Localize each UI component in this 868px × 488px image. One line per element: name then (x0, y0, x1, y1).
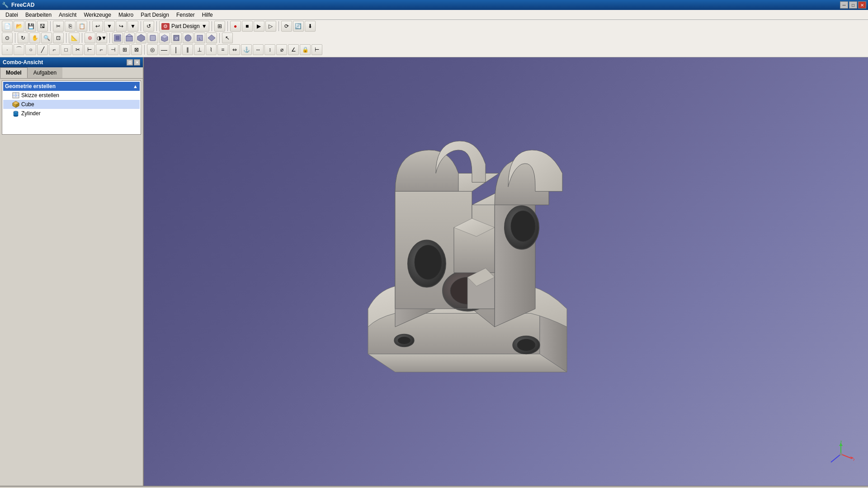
viewport[interactable]: x y (144, 57, 868, 486)
sketch-polyline[interactable]: ⌐ (49, 44, 60, 55)
save-as-button[interactable]: 🖫 (37, 21, 48, 32)
sketch-clone[interactable]: ⊠ (131, 44, 142, 55)
tab-model[interactable]: Model (0, 67, 28, 78)
rotate-button[interactable]: ↻ (18, 33, 28, 43)
constraint-vertical[interactable]: | (170, 44, 181, 55)
tree-section: Geometrie erstellen ▲ Skizze erstellen (2, 80, 141, 135)
workbench-icon: ⚙ (161, 23, 170, 30)
svg-line-55 (831, 454, 841, 462)
refresh2-button[interactable]: 🔄 (293, 21, 304, 32)
pan-button[interactable]: ✋ (29, 33, 40, 43)
minimize-button[interactable]: ─ (840, 1, 848, 9)
tree-item-cube[interactable]: Cube (3, 100, 140, 109)
step-macro-button[interactable]: ▷ (265, 21, 276, 32)
tree-header-controls: ▲ (133, 84, 138, 89)
constraint-parallel[interactable]: ∥ (182, 44, 193, 55)
sketch-arc[interactable]: ⌒ (14, 44, 24, 55)
view-top[interactable] (136, 33, 146, 43)
view-front[interactable] (124, 33, 135, 43)
constraint-angle[interactable]: ∠ (288, 44, 299, 55)
tree-item-skizze[interactable]: Skizze erstellen (3, 91, 140, 100)
menu-ansicht[interactable]: Ansicht (55, 11, 80, 19)
constraint-tangent[interactable]: ⌇ (206, 44, 217, 55)
constraint-horizontal-dist[interactable]: ↔ (253, 44, 264, 55)
sync-button[interactable]: ⟳ (281, 21, 292, 32)
close-button[interactable]: ✕ (858, 1, 866, 9)
sketch-point[interactable]: · (2, 44, 13, 55)
download-button[interactable]: ⬇ (305, 21, 316, 32)
record-macro-button[interactable]: ● (230, 21, 241, 32)
constraint-vertical-dist[interactable]: ↕ (264, 44, 275, 55)
sketch-extend[interactable]: ⊢ (84, 44, 95, 55)
sketch-circle[interactable]: ○ (25, 44, 36, 55)
constraint-horizontal[interactable]: — (159, 44, 170, 55)
redo-dropdown[interactable]: ▼ (127, 21, 138, 32)
menu-datei[interactable]: Datei (2, 11, 22, 19)
cube-label: Cube (21, 101, 34, 108)
zylinder-icon (12, 110, 19, 117)
tree-item-zylinder[interactable]: Zylinder (3, 109, 140, 118)
sidebar-float-button[interactable]: ⊡ (127, 59, 133, 66)
constraint-symmetric[interactable]: ⇔ (229, 44, 240, 55)
measure-button[interactable]: 📐 (69, 33, 80, 43)
run-macro-button[interactable]: ▶ (254, 21, 264, 32)
view-home[interactable] (112, 33, 123, 43)
undo-dropdown[interactable]: ▼ (104, 21, 115, 32)
menu-fenster[interactable]: Fenster (173, 11, 198, 19)
tree-header[interactable]: Geometrie erstellen ▲ (3, 82, 140, 91)
save-button[interactable]: 💾 (25, 21, 36, 32)
redo-button[interactable]: ↪ (116, 21, 127, 32)
menu-werkzeuge[interactable]: Werkzeuge (80, 11, 114, 19)
cut-button[interactable]: ✂ (53, 21, 64, 32)
home-view-button[interactable]: ⊙ (2, 33, 13, 43)
constraint-equal[interactable]: = (217, 44, 228, 55)
sidebar-close-button[interactable]: ✕ (134, 59, 140, 66)
copy-button[interactable]: ⎘ (65, 21, 75, 32)
stop-macro-button[interactable]: ■ (242, 21, 253, 32)
refresh-button[interactable]: ↺ (143, 21, 154, 32)
open-button[interactable]: 📂 (14, 21, 24, 32)
view-isometric[interactable] (159, 33, 170, 43)
view-custom[interactable] (206, 33, 217, 43)
toolbar-row-1: 📄 📂 💾 🖫 ✂ ⎘ 📋 ↩ ▼ ↪ ▼ ↺ ⚙ Part Design ▼ … (2, 21, 866, 32)
tree-expand-button[interactable]: ▲ (133, 84, 138, 89)
undo-button[interactable]: ↩ (92, 21, 103, 32)
sketch-line[interactable]: ╱ (37, 44, 48, 55)
view-bottom[interactable] (183, 33, 193, 43)
sep9 (66, 33, 66, 43)
view-back[interactable]: ↺ (171, 33, 182, 43)
constraint-lock[interactable]: 🔒 (300, 44, 311, 55)
constraint-radius[interactable]: ⌀ (276, 44, 287, 55)
maximize-button[interactable]: □ (849, 1, 857, 9)
menu-bearbeiten[interactable]: Bearbeiten (22, 11, 55, 19)
axis-indicator: x y (827, 441, 854, 468)
new-button[interactable]: 📄 (2, 21, 13, 32)
sidebar-tabs: Model Aufgaben (0, 67, 143, 79)
zoom-button[interactable]: 🔍 (41, 33, 52, 43)
view-shading-dropdown[interactable]: ◑▼ (96, 33, 107, 43)
select-button[interactable]: ↖ (222, 33, 233, 43)
menu-hilfe[interactable]: Hilfe (198, 11, 217, 19)
constraint-block[interactable]: ⊢ (311, 44, 322, 55)
tab-aufgaben[interactable]: Aufgaben (28, 67, 62, 78)
view-right[interactable] (147, 33, 158, 43)
sketch-fillet[interactable]: ⌐ (96, 44, 107, 55)
workbench-dropdown[interactable]: ⚙ Part Design ▼ (159, 21, 209, 32)
sep2 (90, 21, 90, 31)
constraint-coincident[interactable]: ◎ (147, 44, 158, 55)
view-magnify-button[interactable]: ⊕ (85, 33, 95, 43)
menu-makro[interactable]: Makro (115, 11, 137, 19)
svg-rect-1 (116, 36, 119, 40)
zoom-area-button[interactable]: ⊡ (53, 33, 64, 43)
constraint-fixed[interactable]: ⚓ (241, 44, 252, 55)
menu-part-design[interactable]: Part Design (137, 11, 173, 19)
param-button[interactable]: ⊞ (214, 21, 225, 32)
sketch-mirror[interactable]: ⊣ (108, 44, 118, 55)
sketch-rect[interactable]: □ (61, 44, 71, 55)
paste-button[interactable]: 📋 (76, 21, 87, 32)
sketch-array[interactable]: ⊞ (119, 44, 130, 55)
svg-point-10 (185, 35, 191, 41)
constraint-perpendicular[interactable]: ⊥ (194, 44, 205, 55)
sketch-trim[interactable]: ✂ (72, 44, 83, 55)
view-left[interactable]: L (194, 33, 205, 43)
